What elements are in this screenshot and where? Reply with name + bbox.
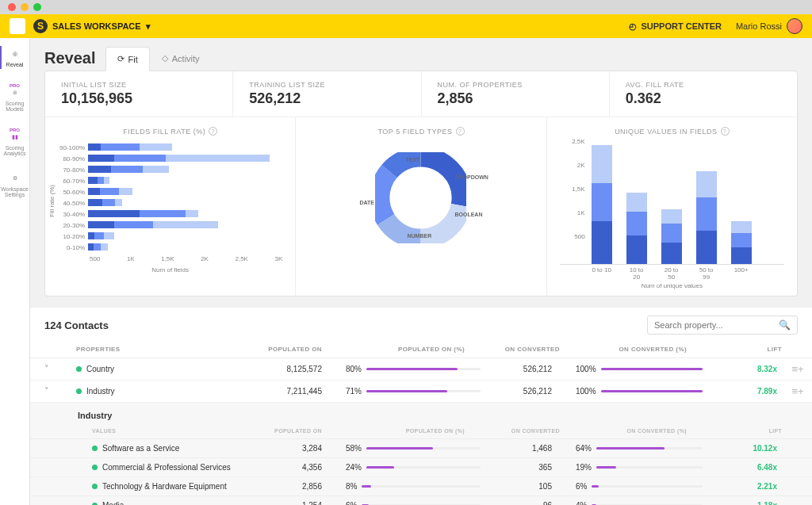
sidebar-item-reveal[interactable]: ◎ Reveal [0,44,29,71]
tab-activity[interactable]: ◇ Activity [150,46,212,71]
stat-avg-fill-rate: AVG. FILL RATE 0.362 [610,71,797,117]
add-icon[interactable]: ≡+ [782,385,812,397]
help-icon[interactable]: ? [209,127,217,136]
topbar: S SALES WORKSPACE ▾ ◴ SUPPORT CENTER Mar… [0,14,812,38]
app-logo [10,18,25,34]
window-close-dot[interactable] [8,3,16,11]
sidebar-item-workspace-settings[interactable]: ⚙ Workspace Settings [0,169,29,201]
search-property[interactable]: 🔍 [647,316,798,335]
stat-initial-list: INITIAL LIST SIZE 10,156,965 [45,71,233,117]
donut-slice-label: BOOLEAN [454,212,482,217]
expand-icon[interactable]: ˅ [44,364,76,374]
window-min-dot[interactable] [21,3,29,11]
sidebar-item-scoring-models[interactable]: PRO ⊚ Scoring Models [0,80,29,115]
browser-chrome [0,0,812,14]
table-row[interactable]: ˅ Industry 7,211,445 71% 526,212 100% 7.… [30,381,812,403]
window-max-dot[interactable] [33,3,41,11]
list-item[interactable]: Software as a Service 3,284 58% 1,468 64… [30,438,812,457]
donut-chart: TEXTDROPDOWNBOOLEANNUMBERDATE [375,152,466,243]
donut-slice-label: NUMBER [407,233,431,239]
tab-fit[interactable]: ⟳ Fit [105,47,150,71]
status-dot [92,446,98,451]
help-icon[interactable]: ? [456,127,465,136]
chart-fields-fill-rate: FIELDS FILL RATE (%)? Fill rate (%) 90-1… [45,117,296,296]
help-icon: ◴ [629,21,637,32]
activity-icon: ◇ [162,53,168,63]
tabs: ⟳ Fit ◇ Activity [105,46,212,71]
stats-row: INITIAL LIST SIZE 10,156,965 TRAINING LI… [45,71,797,117]
status-dot [76,388,82,394]
table-row[interactable]: ˅ Country 8,125,572 80% 526,212 100% 8.3… [30,358,812,381]
contacts-section: 124 Contacts 🔍 PROPERTIES POPULATED ON P… [30,308,812,505]
avatar [787,18,802,34]
status-dot [92,484,98,489]
user-name: Mario Rossi [736,21,782,31]
stat-num-properties: NUM. OF PROPERTIES 2,856 [422,71,610,117]
bar-chart-icon: ▮▮ [9,131,21,143]
donut-slice-label: DATE [359,200,374,205]
donut-slice-label: DROPDOWN [454,174,488,180]
contacts-title: 124 Contacts [44,319,109,331]
search-icon: 🔍 [779,319,791,331]
user-menu[interactable]: Mario Rossi [736,18,802,34]
list-item[interactable]: Commercial & Professional Services 4,356… [30,457,812,476]
chevron-down-icon: ▾ [146,21,151,32]
sidebar-item-scoring-analytics[interactable]: PRO ▮▮ Scoring Analytics [0,124,29,159]
reveal-icon: ◎ [9,48,21,60]
chart-unique-values: UNIQUE VALUES IN FIELDS? 5001K1,5K2K2,5K… [547,117,797,296]
sidebar: ◎ Reveal PRO ⊚ Scoring Models PRO ▮▮ Sco… [0,38,30,505]
target-icon: ⊚ [9,86,21,99]
sub-section-industry: Industry VALUES POPULATED ON POPULATED O… [30,403,812,505]
settings-icon: ⚙ [9,172,21,185]
workspace-selector[interactable]: S SALES WORKSPACE ▾ [33,19,151,33]
content-area: Reveal ⟳ Fit ◇ Activity INITIAL LIST SIZ… [30,38,812,505]
list-item[interactable]: Technology & Hardware Equipment 2,856 8%… [30,476,812,495]
help-icon[interactable]: ? [721,127,730,136]
workspace-label: SALES WORKSPACE [52,21,141,31]
stat-training-list: TRAINING LIST SIZE 526,212 [233,71,421,117]
table-header: PROPERTIES POPULATED ON POPULATED ON (%)… [30,341,812,358]
status-dot [92,465,98,470]
donut-slice-label: TEXT [405,157,419,163]
chart-top-field-types: TOP 5 FIELD TYPES? TEXTDROPDOWNBOOLEANNU… [296,117,546,296]
support-center-link[interactable]: ◴ SUPPORT CENTER [629,21,721,32]
status-dot [76,366,82,372]
list-item[interactable]: Media 1,254 6% 96 4% 1.18x [30,495,812,505]
page-title: Reveal [44,49,96,67]
expand-icon[interactable]: ˅ [44,386,76,396]
add-icon[interactable]: ≡+ [782,363,812,375]
column-chart: 5001K1,5K2K2,5K [560,142,784,265]
fit-icon: ⟳ [117,54,124,64]
search-input[interactable] [654,320,779,330]
workspace-avatar: S [33,19,48,33]
